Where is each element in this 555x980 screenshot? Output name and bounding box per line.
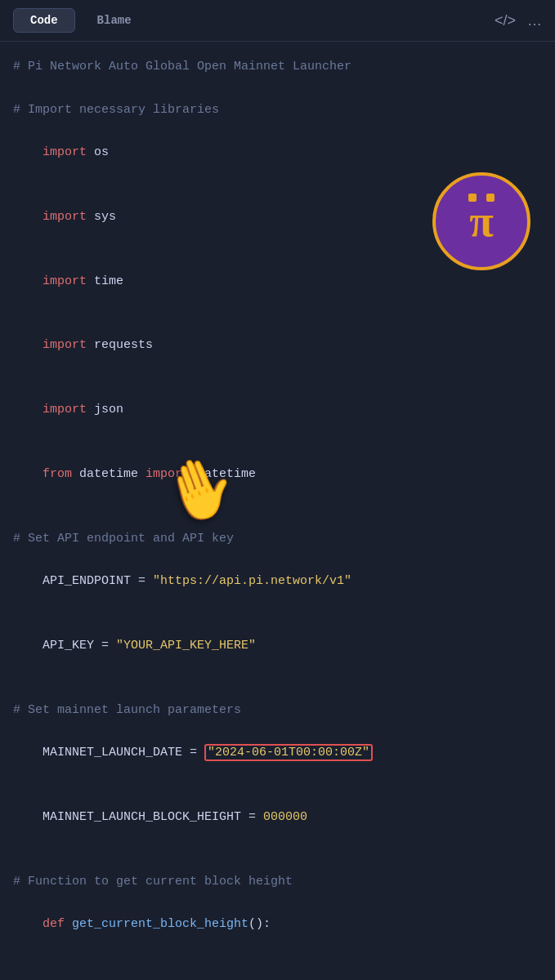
- response-line: response = requests.get(f"{API_ENDPOINT}…: [13, 957, 542, 981]
- code-icon-btn[interactable]: </>: [495, 12, 516, 29]
- comment-mainnet: # Set mainnet launch parameters: [13, 700, 542, 721]
- import-sys-line: import sys: [13, 185, 542, 250]
- import-json-line: import json: [13, 378, 542, 443]
- empty-2: [13, 506, 542, 528]
- tab-code[interactable]: Code: [13, 8, 75, 33]
- comment-api: # Set API endpoint and API key: [13, 528, 542, 550]
- empty-4: [13, 849, 542, 871]
- tab-group: Code Blame: [13, 8, 149, 33]
- comment-line-1: # Pi Network Auto Global Open Mainnet La…: [13, 56, 542, 78]
- top-bar: Code Blame </> …: [0, 0, 555, 42]
- top-bar-icons: </> …: [495, 12, 542, 29]
- import-requests-line: import requests: [13, 314, 542, 378]
- from-datetime-line: from datetime import datetime: [13, 443, 542, 507]
- api-endpoint-line: API_ENDPOINT = "https://api.pi.network/v…: [13, 550, 542, 614]
- tab-blame[interactable]: Blame: [80, 8, 149, 33]
- comment-func-get: # Function to get current block height: [13, 871, 542, 893]
- def-get-line: def get_current_block_height():: [13, 893, 542, 957]
- import-time-line: import time: [13, 249, 542, 314]
- import-os-line: import os: [13, 121, 542, 185]
- empty-1: [13, 78, 542, 99]
- empty-3: [13, 678, 542, 699]
- mainnet-date-line: MAINNET_LAUNCH_DATE = "2024-06-01T00:00:…: [13, 721, 542, 786]
- comment-line-2: # Import necessary libraries: [13, 100, 542, 121]
- code-area: π 🤚 # Pi Network Auto Global Open Mainne…: [0, 42, 555, 980]
- api-key-line: API_KEY = "YOUR_API_KEY_HERE": [13, 614, 542, 679]
- more-icon-btn[interactable]: …: [527, 12, 542, 29]
- mainnet-height-line: MAINNET_LAUNCH_BLOCK_HEIGHT = 000000: [13, 786, 542, 850]
